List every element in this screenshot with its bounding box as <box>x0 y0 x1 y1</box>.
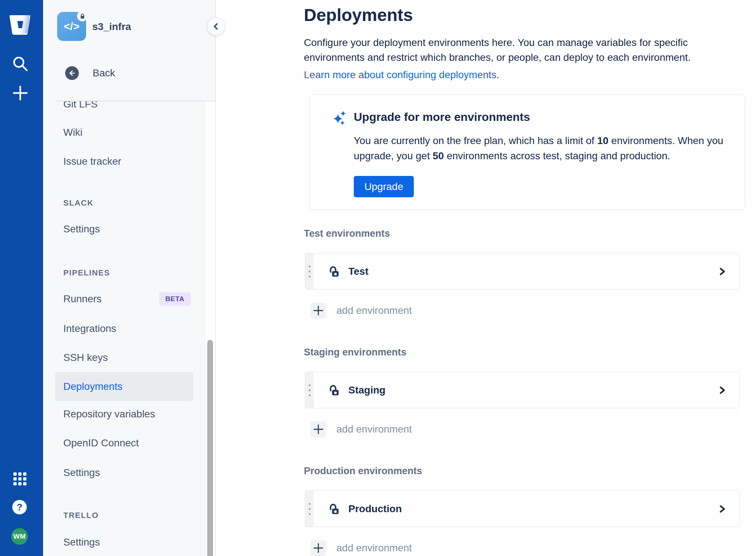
repo-settings-sidebar: </> s3_infra Back Git LFS Wiki Issue tra… <box>43 0 216 556</box>
learn-more-suffix: . <box>496 69 499 80</box>
back-label[interactable]: Back <box>93 67 115 79</box>
repo-name: s3_infra <box>92 21 131 33</box>
add-environment-staging[interactable]: add environment <box>310 421 756 437</box>
sidebar-menu: Git LFS Wiki Issue tracker SLACK Setting… <box>43 101 215 556</box>
create-plus-icon[interactable] <box>12 85 29 101</box>
environment-name: Test <box>348 266 369 277</box>
sidebar-item-ssh-keys[interactable]: SSH keys <box>63 343 108 372</box>
environment-row-test[interactable]: Test <box>305 253 740 290</box>
drag-handle-icon[interactable] <box>305 372 314 408</box>
user-avatar[interactable]: WM <box>11 528 28 545</box>
free-limit: 10 <box>597 135 608 146</box>
environment-name: Staging <box>348 384 386 396</box>
upgrade-button[interactable]: Upgrade <box>354 176 414 197</box>
section-label-production: Production environments <box>304 466 756 477</box>
back-button[interactable] <box>65 66 79 80</box>
plus-icon[interactable] <box>310 303 326 319</box>
add-environment-test[interactable]: add environment <box>310 303 756 319</box>
app-switcher-grid-icon[interactable] <box>13 472 27 486</box>
upgrade-card-body: You are currently on the free plan, whic… <box>354 133 730 164</box>
beta-badge: BETA <box>159 292 191 306</box>
page-description: Configure your deployment environments h… <box>304 35 723 65</box>
sidebar-item-deployments[interactable]: Deployments <box>55 372 194 401</box>
sidebar-item-openid-connect[interactable]: OpenID Connect <box>63 429 139 458</box>
environment-row-production[interactable]: Production <box>305 490 740 527</box>
add-environment-label[interactable]: add environment <box>336 305 412 316</box>
global-nav-rail: ? WM <box>0 0 43 556</box>
drag-handle-icon[interactable] <box>305 491 314 527</box>
environment-name: Production <box>348 503 402 515</box>
add-environment-production[interactable]: add environment <box>310 540 756 556</box>
sidebar-heading-pipelines: PIPELINES <box>63 266 110 280</box>
sidebar-heading-slack: SLACK <box>63 196 94 210</box>
plus-icon[interactable] <box>310 421 326 437</box>
section-label-staging: Staging environments <box>304 347 756 358</box>
unlock-icon <box>328 502 341 516</box>
sidebar-item-integrations[interactable]: Integrations <box>63 314 116 343</box>
section-label-test: Test environments <box>304 228 756 239</box>
chevron-right-icon[interactable] <box>718 266 727 277</box>
private-repo-lock-icon <box>77 11 88 21</box>
bitbucket-app: ? WM </> s3_infra Back Git LFS Wiki Iss <box>0 0 756 556</box>
learn-more-row: Learn more about configuring deployments… <box>304 69 756 81</box>
sidebar-item-repository-variables[interactable]: Repository variables <box>63 400 155 429</box>
search-icon[interactable] <box>11 55 29 72</box>
code-icon: </> <box>64 20 79 33</box>
plus-icon[interactable] <box>310 540 326 556</box>
avatar-initials: WM <box>13 532 26 540</box>
upgrade-card-title: Upgrade for more environments <box>354 110 730 124</box>
sidebar-scrollbar-thumb[interactable] <box>207 340 213 556</box>
bitbucket-logo-icon[interactable] <box>9 15 31 35</box>
unlock-icon <box>328 265 341 278</box>
sidebar-scrollbar-track[interactable] <box>205 101 215 556</box>
sidebar-item-slack-settings[interactable]: Settings <box>63 215 100 244</box>
chevron-right-icon[interactable] <box>718 504 727 514</box>
add-environment-label[interactable]: add environment <box>336 542 412 554</box>
page-title: Deployments <box>304 5 756 25</box>
sidebar-item-issue-tracker[interactable]: Issue tracker <box>63 147 121 176</box>
help-glyph: ? <box>17 502 22 513</box>
learn-more-link[interactable]: Learn more about configuring deployments <box>304 69 496 80</box>
sidebar-item-git-lfs[interactable]: Git LFS <box>63 101 98 119</box>
sidebar-item-runners[interactable]: Runners <box>63 285 102 313</box>
upgrade-card: Upgrade for more environments You are cu… <box>309 94 745 210</box>
paid-limit: 50 <box>433 150 444 161</box>
sidebar-item-wiki[interactable]: Wiki <box>63 118 82 147</box>
sidebar-item-trello-settings[interactable]: Settings <box>63 528 100 556</box>
drag-handle-icon[interactable] <box>305 253 314 289</box>
sidebar-collapse-button[interactable] <box>207 18 225 35</box>
add-environment-label[interactable]: add environment <box>336 424 412 435</box>
sidebar-heading-trello: TRELLO <box>63 508 99 523</box>
environment-row-staging[interactable]: Staging <box>305 372 740 408</box>
unlock-icon <box>328 383 341 397</box>
sparkles-icon <box>331 110 348 197</box>
deployments-page: Deployments Configure your deployment en… <box>216 0 756 556</box>
sidebar-item-pipelines-settings[interactable]: Settings <box>63 458 100 487</box>
chevron-right-icon[interactable] <box>718 385 727 396</box>
help-icon[interactable]: ? <box>12 500 27 514</box>
